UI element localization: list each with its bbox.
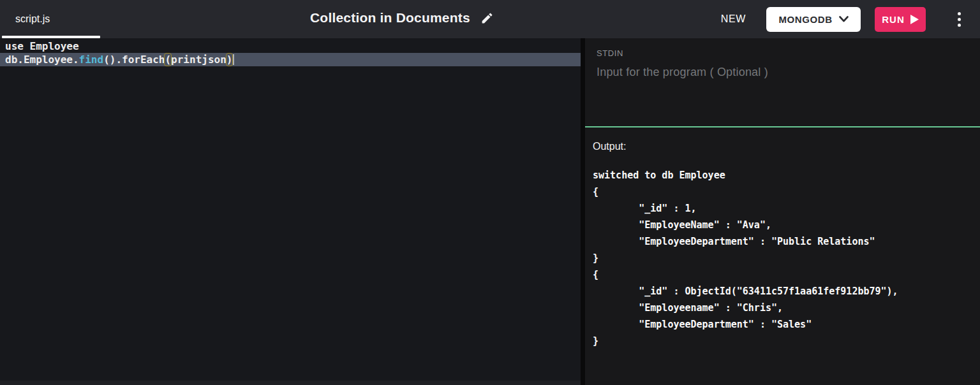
page-title: Collection in Documents: [310, 10, 470, 25]
top-bar: script.js Collection in Documents NEW MO…: [0, 0, 980, 38]
tab-label: script.js: [15, 13, 50, 25]
run-button-label: RUN: [882, 14, 905, 25]
io-panel: STDIN Output: switched to db Employee { …: [585, 38, 980, 385]
kebab-dot: [958, 12, 961, 15]
code-text: ().forEach: [103, 54, 165, 66]
editor-horizontal-scrollbar[interactable]: [0, 381, 581, 385]
header-controls: NEW MONGODB RUN: [721, 0, 980, 38]
main-content: use Employee db.Employee.find().forEach(…: [0, 38, 980, 385]
code-keyword: find: [79, 54, 104, 66]
kebab-dot: [958, 18, 961, 21]
edit-title-button[interactable]: [480, 11, 494, 25]
language-dropdown[interactable]: MONGODB: [766, 7, 861, 32]
stdin-section: STDIN: [585, 38, 980, 126]
tab-script-js[interactable]: script.js: [0, 0, 100, 38]
chevron-down-icon: [839, 16, 849, 22]
panel-divider[interactable]: [581, 38, 585, 385]
output-section: Output: switched to db Employee { "_id" …: [585, 127, 980, 385]
code-text: db.Employee.: [5, 54, 79, 66]
kebab-dot: [958, 24, 961, 27]
jdoodle-ide-window: script.js Collection in Documents NEW MO…: [0, 0, 980, 385]
code-line-1: use Employee: [0, 40, 581, 53]
matched-bracket: (: [165, 54, 171, 66]
new-button[interactable]: NEW: [721, 13, 746, 25]
language-dropdown-label: MONGODB: [778, 14, 832, 25]
more-options-menu[interactable]: [955, 10, 963, 29]
text-cursor: [233, 54, 234, 65]
stdin-input[interactable]: [597, 66, 970, 126]
run-button[interactable]: RUN: [875, 7, 926, 32]
project-title-area: Collection in Documents: [310, 0, 494, 36]
code-text: use Employee: [5, 40, 79, 52]
matched-bracket: ): [226, 54, 233, 66]
code-text: printjson: [171, 54, 226, 66]
code-editor[interactable]: use Employee db.Employee.find().forEach(…: [0, 38, 581, 385]
output-text: switched to db Employee { "_id" : 1, "Em…: [593, 167, 974, 349]
stdin-label: STDIN: [597, 48, 970, 58]
code-line-2-active: db.Employee.find().forEach(printjson): [0, 53, 581, 66]
output-label: Output:: [593, 141, 974, 152]
play-icon: [910, 15, 919, 24]
pencil-icon: [480, 11, 494, 25]
